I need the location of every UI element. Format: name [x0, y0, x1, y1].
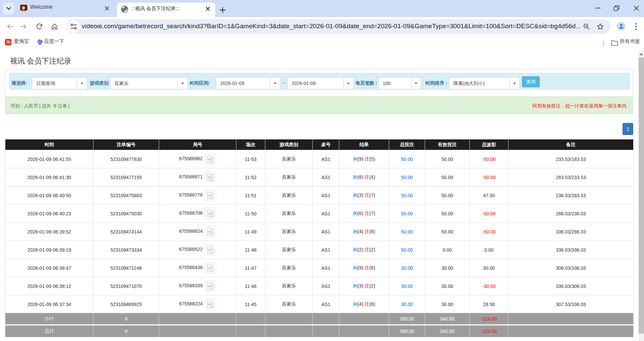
- svg-text:du: du: [39, 42, 41, 44]
